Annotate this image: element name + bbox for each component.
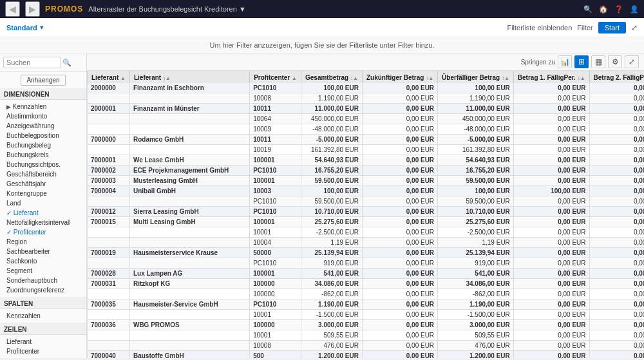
col-bet1[interactable]: Betrag 1. FälligPer. ↕▲ [513,71,589,83]
dim-item-abstimmkonto[interactable]: Abstimmkonto [0,111,86,121]
cell-gesamt: -1.500,00 EUR [301,310,362,320]
table-row[interactable]: 7000000 Rodamco GmbH 10011 -5.000,00 EUR… [88,135,645,145]
dropdown-icon[interactable]: ▾ [40,23,44,32]
cell-bet1: 0,00 EUR [513,217,589,227]
col-bet2[interactable]: Betrag 2. FälligPer. ↕▲ [589,71,644,83]
dim-item-kennzahlen[interactable]: Kennzahlen [0,102,86,111]
home-icon[interactable]: 🏠 [599,5,608,14]
dim-item-geschaeftsjahr[interactable]: Geschäftsjahr [0,179,86,189]
cell-ueberfaellig: 1.200,00 EUR [438,351,514,359]
nav-back-button[interactable]: ◀ [5,1,20,17]
search-icon[interactable]: 🔍 [583,5,592,14]
table-row[interactable]: 10008 1.190,00 EUR 0,00 EUR 1.190,00 EUR… [88,93,645,104]
cell-bet1: 0,00 EUR [513,320,589,330]
cell-ueberfaellig: 476,00 EUR [438,341,514,351]
cell-profitcenter: 100000 [250,289,301,299]
expand-icon[interactable]: ⤢ [631,23,638,32]
table-row[interactable]: 7000004 Unibail GmbH 10003 100,00 EUR 0,… [88,186,645,196]
dim-item-buchungssichtpos[interactable]: Buchungssichtpos. [0,160,86,169]
cell-lieferant-name: Ritzkopf KG [129,279,249,289]
grid-icon-btn[interactable]: ▦ [591,55,605,68]
table-row[interactable]: 7000036 WBG PROMOS 100000 3.000,00 EUR 0… [88,320,645,330]
col-zukuenftig[interactable]: Zukünftiger Betrag ↕▲ [362,71,437,83]
cell-profitcenter: 10008 [250,93,301,104]
spalten-item-kennzahlen[interactable]: Kennzahlen [0,311,86,321]
dim-item-anzeigewaehrung[interactable]: Anzeigewährung [0,121,86,131]
dim-item-zuordnungsreferenz[interactable]: Zuordnungsreferenz [0,285,86,295]
cell-bet1: 0,00 EUR [513,93,589,104]
col-gesamt[interactable]: Gesamtbetrag ↕▲ [301,71,362,83]
table-icon-btn[interactable]: ⊞ [574,55,589,68]
start-button[interactable]: Start [598,22,626,33]
dim-item-nettofaelligkeit[interactable]: Nettofälligkeitsintervall [0,218,86,227]
dim-item-buchungskreis[interactable]: Buchungskreis [0,150,86,160]
table-row[interactable]: 7000015 Multi Leasing GmbH 100001 25.275… [88,217,645,227]
dim-item-sonderhauptbuch[interactable]: Sonderhauptbuch [0,276,86,285]
table-row[interactable]: PC1010 59.500,00 EUR 0,00 EUR 59.500,00 … [88,196,645,207]
table-row[interactable]: 7000028 Lux Lampen AG 100001 541,00 EUR … [88,269,645,279]
table-row[interactable]: 7000019 Hausmeisterservice Krause 50000 … [88,248,645,258]
settings-icon-btn[interactable]: ⚙ [608,55,622,68]
table-row[interactable]: 10009 -48.000,00 EUR 0,00 EUR -48.000,00… [88,124,645,135]
help-icon[interactable]: ❓ [614,5,623,14]
dim-item-region[interactable]: Region [0,237,86,247]
cell-gesamt: 59.500,00 EUR [301,176,362,186]
cell-lieferant-id: 7000040 [88,351,130,359]
table-row[interactable]: 7000012 Sierra Leasing GmbH PC1010 10.71… [88,207,645,217]
search-button[interactable]: 🔍 [62,59,71,67]
dim-item-buchbelegposition[interactable]: Buchbelegposition [0,131,86,140]
table-row[interactable]: 7000002 ECE Projekmanagement GmbH PC1010… [88,166,645,176]
table-row[interactable]: PC1010 919,00 EUR 0,00 EUR 919,00 EUR 0,… [88,258,645,269]
cell-zukuenftig: 0,00 EUR [362,207,437,217]
table-row[interactable]: 7000040 Baustoffe GmbH 500 1.200,00 EUR … [88,351,645,359]
dim-item-geschaeftsbereich[interactable]: Geschäftsbereich [0,169,86,179]
table-row[interactable]: 7000001 We Lease GmbH 100001 54.640,93 E… [88,155,645,166]
table-row[interactable]: 10004 1,19 EUR 0,00 EUR 1,19 EUR 0,00 EU… [88,238,645,248]
sub-header: Standard ▾ Filterliste einblenden Filter… [0,18,644,37]
dim-item-sachkonto[interactable]: Sachkonto [0,256,86,266]
col-ueberfaellig[interactable]: Überfälliger Betrag ↕▲ [438,71,514,83]
table-row[interactable]: 10008 476,00 EUR 0,00 EUR 476,00 EUR 0,0… [88,341,645,351]
cell-bet1: 0,00 EUR [513,279,589,289]
view-selector[interactable]: Standard ▾ [6,23,44,32]
table-row[interactable]: 2000000 Finanzamt in Eschborn PC1010 100… [88,83,645,93]
col-lieferant-name[interactable]: Lieferant ↕▲ [129,71,249,83]
dim-item-kontengruppe[interactable]: Kontengruppe [0,189,86,198]
col-lieferant-id[interactable]: Lieferant ▲ [88,71,130,83]
fullscreen-icon-btn[interactable]: ⤢ [625,55,639,68]
cell-lieferant-name: Rodamco GmbH [129,135,249,145]
table-row[interactable]: 7000003 Musterleasing GmbH 100001 59.500… [88,176,645,186]
cell-zukuenftig: 0,00 EUR [362,186,437,196]
chart-icon-btn[interactable]: 📊 [558,55,572,68]
search-input[interactable] [3,57,61,68]
cell-lieferant-id: 2000001 [88,104,130,114]
dim-item-sachbearbeiter[interactable]: Sachbearbeiter [0,247,86,256]
zeilen-item-lieferant[interactable]: Lieferant [0,337,86,346]
user-icon[interactable]: 👤 [630,5,639,14]
cell-lieferant-name: We Lease GmbH [129,155,249,166]
cell-lieferant-name [129,258,249,269]
table-row[interactable]: 10064 450.000,00 EUR 0,00 EUR 450.000,00… [88,114,645,124]
dim-item-profitcenter[interactable]: Profitcenter [0,227,86,237]
table-row[interactable]: 10019 161.392,80 EUR 0,00 EUR 161.392,80… [88,145,645,155]
zeilen-item-profitcenter[interactable]: Profitcenter [0,346,86,356]
dim-item-land[interactable]: Land [0,198,86,208]
table-row[interactable]: 2000001 Finanzamt in Münster 10011 11.00… [88,104,645,114]
table-row[interactable]: 7000031 Ritzkopf KG 100000 34.086,00 EUR… [88,279,645,289]
spalten-section: Kennzahlen [0,309,86,323]
table-row[interactable]: 100000 -862,00 EUR 0,00 EUR -862,00 EUR … [88,289,645,299]
cell-lieferant-id: 7000012 [88,207,130,217]
dim-item-segment[interactable]: Segment [0,266,86,276]
anhaengen-button[interactable]: Anhaengen [21,75,65,86]
col-profitcenter[interactable]: Profitcenter ▲ [250,71,301,83]
table-row[interactable]: 7000035 Hausmeister-Service GmbH PC1010 … [88,299,645,310]
dim-item-lieferant[interactable]: Lieferant [0,208,86,218]
dim-item-buchungsbeleg[interactable]: Buchungsbeleg [0,140,86,150]
table-row[interactable]: 10001 509,55 EUR 0,00 EUR 509,55 EUR 0,0… [88,330,645,341]
nav-forward-button[interactable]: ▶ [25,1,40,17]
table-row[interactable]: 10001 -1.500,00 EUR 0,00 EUR -1.500,00 E… [88,310,645,320]
cell-bet2: 0,00 EUR [589,299,644,310]
cell-bet1: 0,00 EUR [513,341,589,351]
table-row[interactable]: 10001 -2.500,00 EUR 0,00 EUR -2.500,00 E… [88,227,645,238]
cell-zukuenftig: 0,00 EUR [362,227,437,238]
